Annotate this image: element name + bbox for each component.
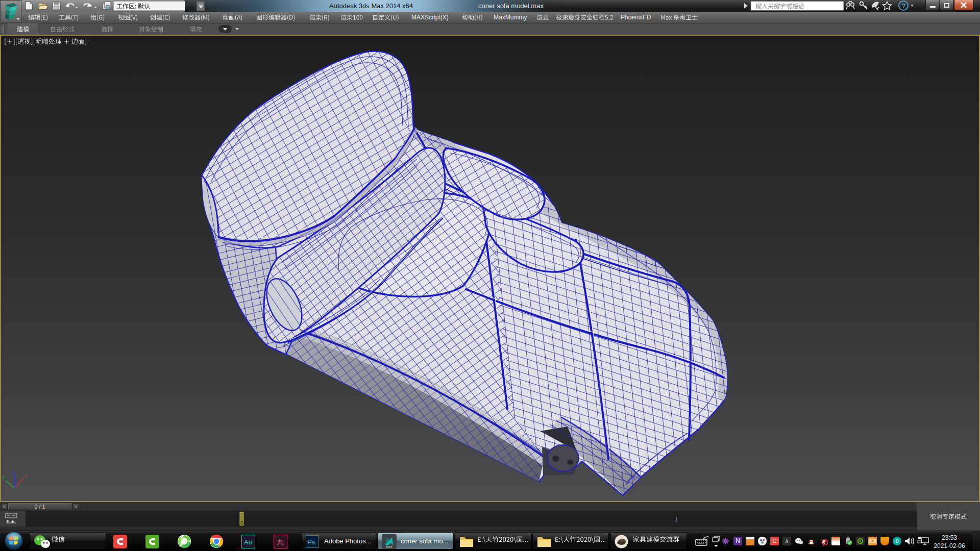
svg-text:MAX: MAX [386, 545, 393, 548]
svg-text:z: z [12, 469, 15, 475]
svg-text:0: 0 [240, 520, 243, 526]
svg-text:x: x [25, 473, 28, 479]
svg-text:Au: Au [244, 538, 252, 546]
svg-text:y: y [2, 474, 5, 480]
svg-text:?: ? [902, 2, 906, 10]
svg-text:Ps: Ps [307, 538, 315, 546]
svg-text:1: 1 [675, 516, 678, 522]
